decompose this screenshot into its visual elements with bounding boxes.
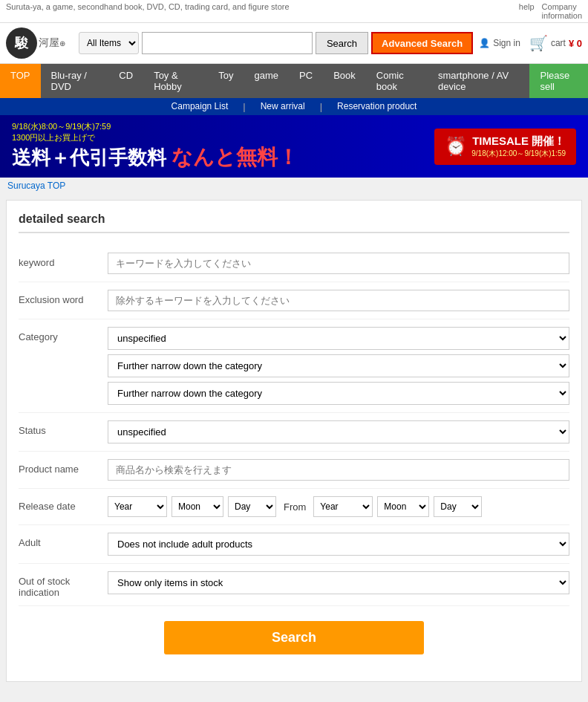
adult-select[interactable]: Does not include adult products Include …: [108, 533, 569, 556]
product-name-input[interactable]: [108, 459, 569, 481]
logo[interactable]: 駿 河屋⊕: [6, 27, 65, 59]
exclusion-input[interactable]: [108, 290, 569, 311]
cart-icon: 🛒: [529, 34, 548, 52]
out-of-stock-label: Out of stock indication: [19, 571, 108, 598]
start-day-select[interactable]: Day 1231: [228, 496, 276, 517]
logo-sublabel: 河屋⊕: [39, 36, 65, 50]
category-dropdown[interactable]: All Items: [79, 32, 139, 54]
search-input[interactable]: [142, 32, 313, 54]
company-link[interactable]: Company information: [542, 2, 582, 20]
sub-nav: Campaign List | New arrival | Reservatio…: [0, 98, 588, 115]
adult-label: Adult: [19, 533, 108, 548]
out-of-stock-select[interactable]: Show only items in stock Show all items: [108, 571, 569, 594]
page-title: detailed search: [19, 212, 569, 233]
breadcrumb-parent[interactable]: Surucaya TOP: [7, 181, 65, 191]
nav-pc[interactable]: PC: [289, 64, 323, 98]
banner: 9/18(水)8:00～9/19(木)7:59 1300円以上お買上げで 送料＋…: [0, 115, 588, 178]
category-label: Category: [19, 327, 108, 342]
start-moon-select[interactable]: Moon 12312: [172, 496, 223, 517]
release-date-row: Release date Year 202420232022 Moon 1231…: [19, 489, 569, 525]
nav-comic[interactable]: Comic book: [366, 64, 428, 98]
banner-left: 9/18(水)8:00～9/19(木)7:59 1300円以上お買上げで 送料＋…: [12, 121, 298, 172]
help-link[interactable]: help: [519, 2, 535, 20]
status-label: Status: [19, 420, 108, 436]
exclusion-label: Exclusion word: [19, 290, 108, 305]
nav-cd[interactable]: CD: [108, 64, 143, 98]
header-right: 👤 Sign in 🛒 cart ¥ 0: [479, 34, 582, 52]
nav-please-sell[interactable]: Please sell: [529, 64, 588, 98]
nav-bluray-dvd[interactable]: Blu-ray / DVD: [41, 64, 109, 98]
keyword-input[interactable]: [108, 253, 569, 274]
end-day-select[interactable]: Day 1231: [434, 496, 482, 517]
exclusion-row: Exclusion word: [19, 282, 569, 319]
nav-book[interactable]: Book: [323, 64, 366, 98]
product-name-label: Product name: [19, 459, 108, 475]
category-select-narrow1[interactable]: Further narrow down the category: [108, 354, 569, 377]
subnav-new-arrival[interactable]: New arrival: [261, 101, 305, 112]
main-nav: TOP Blu-ray / DVD CD Toy & Hobby Toy gam…: [0, 64, 588, 98]
search-submit-button[interactable]: Search: [164, 621, 424, 654]
nav-toy-hobby[interactable]: Toy & Hobby: [143, 64, 208, 98]
banner-right: ⏰ TIMESALE 開催！ 9/18(木)12:00～9/19(木)1:59: [434, 129, 576, 165]
nav-toy[interactable]: Toy: [208, 64, 244, 98]
cart-area[interactable]: 🛒 cart ¥ 0: [529, 34, 582, 52]
site-description: Suruta-ya, a game, secondhand book, DVD,…: [6, 2, 290, 20]
nav-game[interactable]: game: [244, 64, 290, 98]
status-select[interactable]: unspecified New Used: [108, 420, 569, 443]
adult-row: Adult Does not include adult products In…: [19, 525, 569, 564]
keyword-label: keyword: [19, 253, 108, 268]
start-year-select[interactable]: Year 202420232022: [108, 496, 167, 517]
advanced-search-button[interactable]: Advanced Search: [371, 32, 473, 54]
search-section: All Items Search Advanced Search: [79, 32, 473, 54]
end-moon-select[interactable]: Moon 12312: [377, 496, 429, 517]
nav-smartphone[interactable]: smartphone / AV device: [428, 64, 530, 98]
release-date-label: Release date: [19, 496, 108, 512]
category-select-main[interactable]: unspecified Blu-ray/DVD CD Toy & Hobby g…: [108, 327, 569, 350]
header: 駿 河屋⊕ All Items Search Advanced Search 👤…: [0, 23, 588, 64]
category-row: Category unspecified Blu-ray/DVD CD Toy …: [19, 319, 569, 413]
breadcrumb: Surucaya TOP: [0, 178, 588, 194]
out-of-stock-row: Out of stock indication Show only items …: [19, 564, 569, 606]
category-select-narrow2[interactable]: Further narrow down the category: [108, 382, 569, 405]
top-bar: Suruta-ya, a game, secondhand book, DVD,…: [0, 0, 588, 23]
date-range-row: Year 202420232022 Moon 12312 Day 1231 Fr…: [108, 496, 569, 517]
product-name-row: Product name: [19, 452, 569, 489]
status-row: Status unspecified New Used: [19, 413, 569, 452]
subnav-campaign[interactable]: Campaign List: [172, 101, 229, 112]
keyword-row: keyword: [19, 245, 569, 282]
signin-button[interactable]: 👤 Sign in: [479, 38, 520, 48]
person-icon: 👤: [479, 38, 490, 48]
from-label: From: [281, 501, 309, 513]
subnav-reservation[interactable]: Reservation product: [337, 101, 416, 112]
search-button[interactable]: Search: [316, 32, 368, 54]
logo-circle: 駿: [6, 27, 37, 59]
nav-top[interactable]: TOP: [0, 64, 41, 98]
end-year-select[interactable]: Year 202420232022: [313, 496, 373, 517]
main-content: detailed search keyword Exclusion word C…: [6, 200, 582, 682]
